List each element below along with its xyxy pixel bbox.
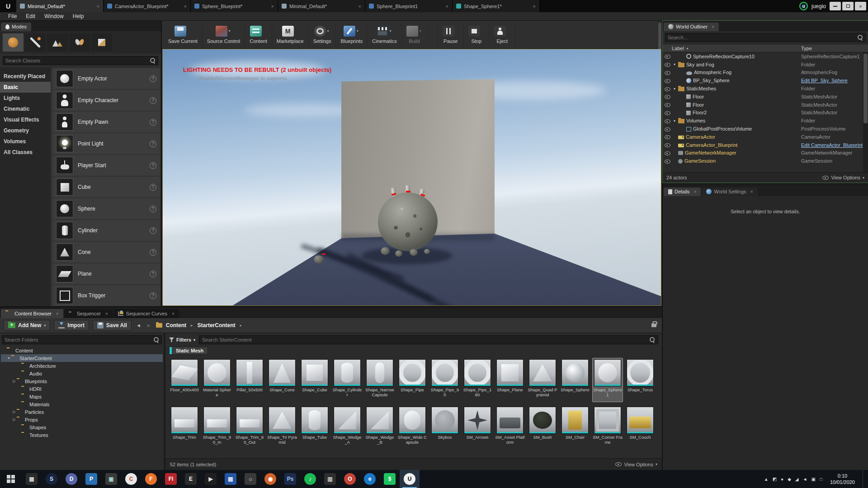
placeable-item[interactable]: Empty Character ? <box>52 90 160 111</box>
Shape_Plane[interactable]: Shape_Plane <box>495 358 525 402</box>
outliner-view-options[interactable]: View Options ▾ <box>822 175 864 180</box>
outliner-scrollbar[interactable] <box>863 52 868 172</box>
close-icon[interactable]: × <box>750 189 753 194</box>
placeable-item[interactable]: Sphere ? <box>52 198 160 219</box>
category-item[interactable]: Recently Placed <box>0 71 51 82</box>
build-button[interactable]: ▾ Build <box>402 22 428 47</box>
close-icon[interactable]: × <box>172 311 175 316</box>
static-mesh-filter-chip[interactable]: Static Mesh <box>169 347 208 355</box>
tray-icon-1[interactable]: ◩ <box>773 477 777 482</box>
filters-button[interactable]: Filters ▾ <box>169 337 195 343</box>
editor-tab[interactable]: CameraActor_Blueprint* × <box>104 0 191 12</box>
tool-paint[interactable] <box>25 33 46 52</box>
marketplace-button[interactable]: Marketplace <box>272 22 309 47</box>
outliner-row[interactable]: GameNetworkManager GameNetworkManager <box>663 149 868 157</box>
placeable-item[interactable]: Point Light ? <box>52 133 160 154</box>
tray-icon-3[interactable]: ◆ <box>788 477 791 482</box>
tab-sequencer[interactable]: Sequencer × <box>64 309 113 318</box>
show-desktop-button[interactable] <box>863 470 865 488</box>
visibility-eye-icon[interactable] <box>665 150 670 156</box>
chevron-down-icon[interactable]: ▾ <box>420 29 423 33</box>
Shape_Pipe_90[interactable]: Shape_Pipe_90 <box>429 358 460 402</box>
help-icon[interactable]: ? <box>150 292 156 299</box>
photoshop[interactable]: Ps <box>280 470 300 488</box>
minimize-button[interactable] <box>830 2 841 10</box>
help-icon[interactable]: ? <box>150 184 156 191</box>
Shape_Narrow Capsule[interactable]: Shape_Narrow Capsule <box>364 358 395 402</box>
placeable-item[interactable]: Plane ? <box>52 263 160 284</box>
tool-landscape[interactable] <box>47 33 68 52</box>
placeable-item[interactable]: Player Start ? <box>52 155 160 176</box>
Shape_Cylinder[interactable]: Shape_Cylinder <box>332 358 363 402</box>
Shape_Torus[interactable]: Shape_Torus <box>625 358 656 402</box>
close-icon[interactable]: × <box>446 4 448 9</box>
outliner-row[interactable]: BP_Sky_Sphere Edit BP_Sky_Sphere <box>663 76 868 84</box>
clock[interactable]: 0:10 10/01/2020 <box>826 473 859 486</box>
category-item[interactable]: Basic <box>0 82 51 93</box>
tab-content-browser[interactable]: Content Browser × <box>1 309 63 318</box>
Shape_Wide Capsule[interactable]: Shape_Wide Capsule <box>397 405 428 450</box>
outliner-row[interactable]: GameSession GameSession <box>663 157 868 165</box>
add-new-button[interactable]: Add New ▾ <box>4 320 50 331</box>
discord[interactable]: D <box>61 470 81 488</box>
folder-hdri[interactable]: HDRI <box>1 385 163 393</box>
folder-audio[interactable]: Audio <box>1 370 163 377</box>
folder-content[interactable]: Content <box>1 347 163 354</box>
placeable-item[interactable]: Cone ? <box>52 242 160 263</box>
breadcrumb-current[interactable]: StarterContent <box>198 322 236 328</box>
folder-particles[interactable]: ▷ Particles <box>1 408 163 416</box>
grid-view-options[interactable]: View Options ▾ <box>615 462 657 467</box>
type-column-header[interactable]: Type <box>801 46 868 51</box>
breadcrumb-root[interactable]: Content <box>166 322 186 328</box>
Shape_Trim_90_Out[interactable]: Shape_Trim_90_Out <box>234 405 265 450</box>
edge[interactable]: e <box>360 470 380 488</box>
asset-search-input[interactable] <box>202 337 650 343</box>
folder-maps[interactable]: Maps <box>1 393 163 400</box>
category-item[interactable]: All Classes <box>0 147 51 158</box>
tool-place[interactable] <box>3 33 24 52</box>
outliner-row[interactable]: ▾ StaticMeshes Folder <box>663 84 868 93</box>
visibility-eye-icon[interactable] <box>665 70 670 75</box>
Shape_Cone[interactable]: Shape_Cone <box>267 358 297 402</box>
visibility-eye-icon[interactable] <box>665 110 670 116</box>
visibility-eye-icon[interactable] <box>665 134 670 140</box>
outliner-row[interactable]: CameraActor_Blueprint Edit CameraActor_B… <box>663 141 868 149</box>
expand-arrow-icon[interactable]: ▷ <box>12 410 17 414</box>
restore-button[interactable] <box>842 2 854 10</box>
label-column-header[interactable]: Label <box>672 46 684 51</box>
expand-arrow-icon[interactable]: ▾ <box>674 119 678 123</box>
close-icon[interactable]: × <box>694 189 697 194</box>
outliner-row[interactable]: Atmospheric Fog AtmosphericFog <box>663 69 868 77</box>
viewport[interactable]: LIGHTING NEEDS TO BE REBUILT (2 unbuilt … <box>162 49 661 306</box>
visibility-eye-icon[interactable] <box>665 86 670 92</box>
tray-icon-4[interactable]: ▣ <box>811 477 815 482</box>
help-icon[interactable]: ? <box>150 75 156 82</box>
close-icon[interactable]: × <box>359 4 361 9</box>
cash-app[interactable]: $ <box>380 470 400 488</box>
expand-arrow-icon[interactable]: ▾ <box>6 356 11 360</box>
tray-icon-2[interactable]: ● <box>781 477 783 482</box>
outliner-search-input[interactable] <box>668 35 858 40</box>
Shape_Wedge_A[interactable]: Shape_Wedge_A <box>332 405 363 450</box>
search-classes-box[interactable] <box>3 56 158 65</box>
app-monitor[interactable]: ▦ <box>22 470 42 488</box>
chrome[interactable]: C <box>121 470 141 488</box>
visibility-eye-icon[interactable] <box>665 158 670 164</box>
placeable-item[interactable]: Box Trigger ? <box>52 285 160 306</box>
search-folders-box[interactable] <box>2 335 162 344</box>
close-icon[interactable]: × <box>271 4 274 9</box>
menu-item[interactable]: Edit <box>21 13 40 20</box>
close-icon[interactable]: × <box>97 4 99 9</box>
stop-button[interactable]: Stop <box>464 22 490 47</box>
tool-geometry[interactable] <box>91 33 112 52</box>
media-player[interactable]: ▶ <box>201 470 221 488</box>
menu-item[interactable]: Help <box>68 13 89 20</box>
chevron-down-icon[interactable]: ▾ <box>357 29 360 33</box>
expand-arrow-icon[interactable]: ▾ <box>674 62 678 66</box>
Shape_Pipe_180[interactable]: Shape_Pipe_180 <box>462 358 493 402</box>
close-icon[interactable]: × <box>56 311 59 316</box>
outliner-row[interactable]: Floor StaticMeshActor <box>663 101 868 109</box>
back-arrow-icon[interactable]: ◄ <box>135 323 142 328</box>
help-icon[interactable]: ? <box>150 271 156 277</box>
blueprints-button[interactable]: ▾ Blueprints <box>336 22 368 47</box>
